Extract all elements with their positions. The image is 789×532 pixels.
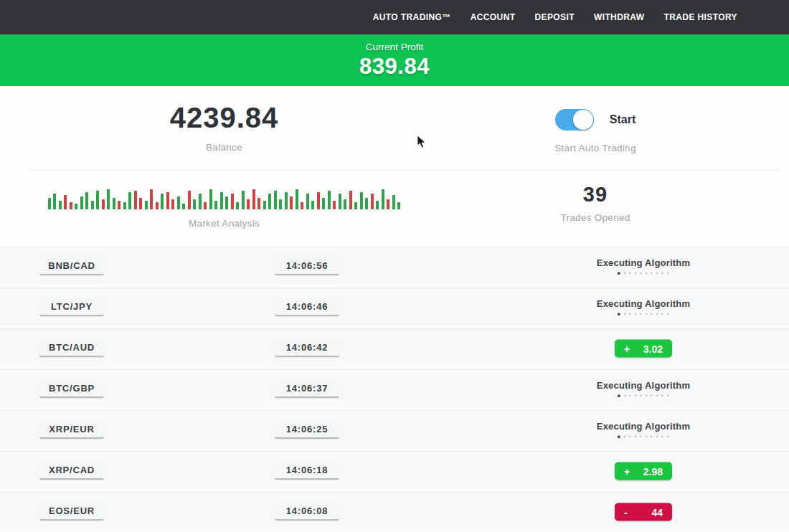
candle-bar [171, 199, 174, 209]
candle-bar [166, 192, 169, 209]
pair-chip[interactable]: XRP/CAD [39, 461, 104, 480]
progress-dot [651, 394, 653, 396]
candle-bar [113, 198, 115, 209]
progress-dot [646, 313, 648, 315]
profit-banner: Current Profit 839.84 [0, 34, 789, 86]
candle-bar [306, 194, 309, 209]
time-chip[interactable]: 14:06:42 [275, 338, 339, 357]
candle-bar [85, 192, 88, 209]
result-sign: - [624, 506, 628, 518]
nav-item-auto-trading[interactable]: AUTO TRADING™ [373, 12, 451, 22]
progress-dot [618, 394, 620, 397]
nav-item-withdraw[interactable]: WITHDRAW [594, 12, 645, 22]
candle-bar [156, 202, 159, 209]
trade-row: XRP/CAD 14:06:18 +2.98 [0, 451, 789, 489]
candle-bar [107, 189, 110, 209]
candle-bar [128, 192, 131, 209]
candle-bar [209, 189, 212, 209]
candle-bar [285, 192, 288, 209]
time-chip[interactable]: 14:06:25 [275, 420, 339, 439]
balance-section: 4239.84 Balance Start Start Auto Trading [0, 86, 789, 170]
progress-dot [646, 272, 648, 274]
candle-bar [392, 195, 395, 209]
pair-chip[interactable]: BTC/GBP [39, 379, 104, 398]
candle-bar [48, 198, 51, 209]
candle-bar [242, 191, 245, 209]
trade-result-zone: +3.02 [615, 338, 672, 358]
pair-chip[interactable]: EOS/EUR [39, 502, 104, 521]
candle-bar [376, 201, 379, 209]
progress-dots [597, 435, 690, 438]
balance-label: Balance [206, 142, 242, 153]
progress-dot [640, 435, 642, 437]
candle-bar [274, 191, 277, 209]
progress-dot [635, 435, 637, 437]
time-chip[interactable]: 14:06:46 [275, 298, 339, 316]
candle-bar [263, 201, 266, 209]
candle-bar [290, 196, 293, 209]
nav-item-trade-history[interactable]: TRADE HISTORY [663, 12, 737, 22]
trade-result-zone: -44 [615, 502, 672, 521]
progress-dot [656, 272, 658, 274]
candle-bar [80, 196, 83, 209]
candle-bar [258, 198, 260, 209]
trades-opened-value: 39 [583, 184, 608, 206]
candle-bar [123, 202, 126, 209]
pair-chip[interactable]: BTC/AUD [39, 338, 104, 357]
trade-result-zone: +2.98 [615, 461, 672, 480]
progress-dot [667, 394, 669, 396]
progress-dots [597, 272, 690, 275]
time-chip[interactable]: 14:06:37 [275, 379, 339, 398]
candle-bar [53, 194, 56, 209]
market-analysis-chart [48, 185, 401, 209]
result-badge-profit: +3.02 [615, 340, 672, 358]
progress-dot [651, 435, 653, 437]
candle-bar [59, 201, 62, 209]
progress-dot [661, 394, 663, 396]
candle-bar [134, 191, 137, 209]
result-sign: + [624, 465, 630, 477]
pair-chip[interactable]: XRP/EUR [39, 420, 104, 439]
candle-bar [354, 202, 357, 209]
candle-bar [387, 199, 389, 209]
candle-bar [204, 202, 207, 209]
progress-dots [597, 394, 690, 397]
candle-bar [102, 199, 105, 209]
progress-dot [656, 313, 658, 315]
current-profit-label: Current Profit [366, 42, 423, 52]
time-chip[interactable]: 14:06:08 [275, 502, 339, 521]
current-profit-value: 839.84 [359, 54, 430, 80]
time-chip[interactable]: 14:06:56 [275, 257, 339, 275]
trade-list: BNB/CAD 14:06:56 Executing Algorithm LTC… [0, 247, 789, 530]
candle-bar [70, 202, 72, 209]
auto-trading-toggle[interactable] [555, 109, 594, 130]
candle-bar [322, 198, 325, 209]
candle-bar [247, 199, 250, 209]
nav-item-deposit[interactable]: DEPOSIT [534, 12, 574, 22]
toggle-start-label: Start [610, 113, 636, 126]
candle-bar [279, 199, 282, 209]
candle-bar [96, 191, 99, 209]
pair-chip[interactable]: LTC/JPY [39, 298, 104, 316]
candle-bar [177, 196, 180, 209]
nav-item-account[interactable]: ACCOUNT [471, 12, 516, 22]
pair-chip[interactable]: BNB/CAD [39, 257, 104, 275]
trade-row: XRP/EUR 14:06:25 Executing Algorithm [0, 410, 789, 448]
result-sign: + [624, 343, 630, 354]
progress-dot [640, 313, 642, 315]
trade-row: BTC/GBP 14:06:37 Executing Algorithm [0, 369, 789, 407]
progress-dot [629, 272, 631, 274]
balance-value: 4239.84 [170, 102, 279, 133]
result-value: 44 [651, 506, 663, 518]
result-value: 3.02 [643, 343, 663, 354]
candle-bar [225, 196, 228, 209]
candle-bar [328, 191, 331, 209]
status-label: Executing Algorithm [597, 257, 690, 268]
trade-row: BNB/CAD 14:06:56 Executing Algorithm [0, 247, 789, 285]
time-chip[interactable]: 14:06:18 [275, 461, 339, 480]
status-label: Executing Algorithm [597, 421, 690, 432]
candle-bar [311, 201, 314, 209]
progress-dot [667, 435, 669, 437]
toggle-knob [573, 110, 593, 130]
candle-bar [296, 189, 298, 209]
